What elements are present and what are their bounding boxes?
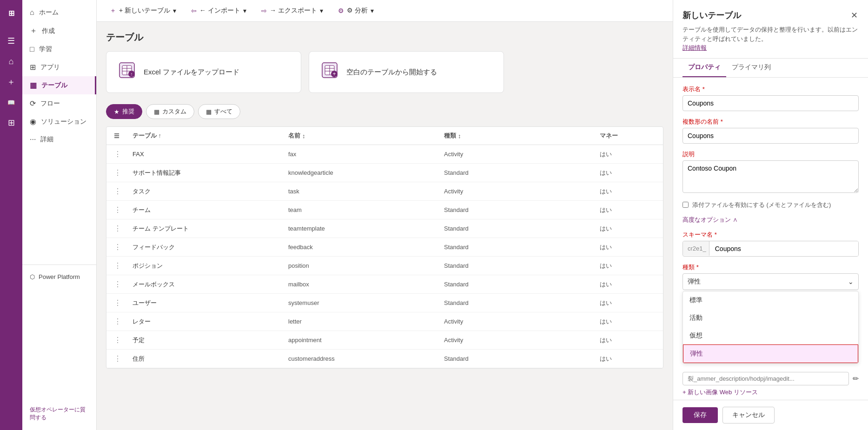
sidebar-label-tables: テーブル	[41, 81, 67, 90]
import-button[interactable]: ⇦ ← インポート ▾	[187, 5, 250, 17]
table-row[interactable]: ⋮ タスク task Activity はい	[106, 182, 663, 201]
excel-upload-card[interactable]: ↑ Excel ファイルをアップロード	[106, 51, 301, 93]
dropdown-option-virtual[interactable]: 仮想	[683, 327, 858, 344]
sidebar-item-learn[interactable]: □ 学習	[22, 40, 96, 58]
nav-learn-icon[interactable]: 📖	[2, 93, 20, 112]
image-resource-row: ✏	[682, 372, 859, 385]
row-table-name: ユーザー	[133, 299, 288, 307]
nav-apps-icon[interactable]: ⊞	[2, 113, 20, 132]
tab-custom[interactable]: ▦ カスタム	[146, 104, 194, 119]
sidebar-item-tables[interactable]: ▦ テーブル	[22, 76, 96, 94]
tab-all[interactable]: ▦ すべて	[198, 104, 240, 119]
col-table-name[interactable]: テーブル ↑	[133, 132, 288, 140]
table-row[interactable]: ⋮ チーム テンプレート teamtemplate Standard はい	[106, 219, 663, 238]
schema-name-input[interactable]	[710, 241, 858, 256]
display-name-label: 表示名 *	[682, 85, 859, 93]
panel-tabs: プロパティ プライマリ列	[673, 59, 868, 78]
nav-home-icon[interactable]: ⌂	[2, 52, 20, 71]
schema-name-field: スキーマ名 * cr2e1_	[682, 231, 859, 257]
table-row[interactable]: ⋮ サポート情報記事 knowledgearticle Standard はい	[106, 164, 663, 182]
table-header: ☰ テーブル ↑ 名前 ↕ 種類 ↕ マネー	[106, 127, 663, 145]
table-row[interactable]: ⋮ 住所 customeraddress Standard はい	[106, 350, 663, 368]
table-row[interactable]: ⋮ 予定 appointment Activity はい	[106, 331, 663, 350]
table-row[interactable]: ⋮ レター letter Activity はい	[106, 312, 663, 331]
sidebar-item-home[interactable]: ⌂ ホーム	[22, 4, 96, 21]
tab-recommended[interactable]: ★ 推奨	[106, 104, 142, 119]
row-type: Activity	[444, 318, 600, 325]
panel-tab-properties[interactable]: プロパティ	[682, 59, 726, 77]
panel-title-row: 新しいテーブル ✕	[682, 9, 859, 21]
table-row[interactable]: ⋮ フィードバック feedback Standard はい	[106, 238, 663, 257]
row-name2: teamtemplate	[288, 225, 444, 232]
sidebar-item-solutions[interactable]: ◉ ソリューション	[22, 112, 96, 131]
sidebar-label-flows: フロー	[40, 99, 60, 108]
nav-menu-icon[interactable]: ☰	[2, 32, 20, 50]
row-menu-icon[interactable]: ⋮	[114, 261, 133, 270]
table-row[interactable]: ⋮ メールボックス mailbox Standard はい	[106, 275, 663, 294]
create-icon: ＋	[30, 26, 37, 36]
sidebar-item-apps[interactable]: ⊞ アプリ	[22, 58, 96, 76]
row-name2: fax	[288, 151, 444, 158]
col-name[interactable]: 名前 ↕	[288, 132, 444, 140]
panel-close-button[interactable]: ✕	[850, 9, 859, 21]
star-icon: ★	[114, 108, 119, 115]
row-type: Activity	[444, 188, 600, 195]
nav-create-icon[interactable]: ＋	[2, 73, 20, 91]
dropdown-option-activity[interactable]: 活動	[683, 309, 858, 327]
table-row[interactable]: ⋮ ポジション position Standard はい	[106, 257, 663, 275]
sidebar-item-details[interactable]: ··· 詳細	[22, 131, 96, 148]
schema-prefix: cr2e1_	[683, 241, 709, 256]
type-dropdown-trigger[interactable]: 弾性 ⌄	[682, 273, 859, 290]
row-menu-icon[interactable]: ⋮	[114, 187, 133, 196]
edit-icon[interactable]: ✏	[853, 374, 859, 383]
new-table-button[interactable]: ＋ + 新しいテーブル ▾	[106, 5, 180, 17]
col-managed: マネー	[600, 132, 656, 140]
import-label: ← インポート	[199, 7, 240, 15]
sidebar-item-power-platform[interactable]: ⬡ Power Platform	[22, 269, 96, 285]
attachment-row: 添付ファイルを有効にする (メモとファイルを含む)	[682, 201, 859, 209]
image-resource-input[interactable]	[682, 372, 849, 385]
filter-tabs: ★ 推奨 ▦ カスタム ▦ すべて	[106, 104, 663, 119]
excel-upload-icon: ↑	[118, 61, 136, 83]
sidebar-virtual-assistant[interactable]: 仮想オペレーターに質問する	[22, 401, 96, 426]
row-menu-icon[interactable]: ⋮	[114, 336, 133, 344]
row-table-name: レター	[133, 318, 288, 326]
row-menu-icon[interactable]: ⋮	[114, 243, 133, 251]
row-menu-icon[interactable]: ⋮	[114, 317, 133, 326]
col-type[interactable]: 種類 ↕	[444, 132, 600, 140]
row-menu-icon[interactable]: ⋮	[114, 205, 133, 214]
panel-detail-link[interactable]: 詳細情報	[682, 44, 707, 51]
solutions-icon: ◉	[30, 117, 36, 126]
sidebar-item-flows[interactable]: ⟳ フロー	[22, 94, 96, 112]
sidebar-label-create: 作成	[42, 27, 55, 35]
new-resource-link[interactable]: + 新しい画像 Web リソース	[682, 388, 859, 397]
save-button[interactable]: 保存	[682, 407, 718, 423]
row-type: Standard	[444, 169, 600, 176]
display-name-input[interactable]	[682, 95, 859, 111]
advanced-options-toggle[interactable]: 高度なオプション ∧	[682, 216, 859, 224]
table-row[interactable]: ⋮ FAX fax Activity はい	[106, 145, 663, 164]
row-menu-icon[interactable]: ⋮	[114, 298, 133, 307]
description-textarea[interactable]: Contoso Coupon	[682, 160, 859, 193]
export-button[interactable]: ⇨ → エクスポート ▾	[258, 5, 327, 17]
row-menu-icon[interactable]: ⋮	[114, 354, 133, 363]
plural-name-input[interactable]	[682, 128, 859, 144]
row-menu-icon[interactable]: ⋮	[114, 168, 133, 177]
cancel-button[interactable]: キャンセル	[722, 407, 775, 423]
table-row[interactable]: ⋮ ユーザー systemuser Standard はい	[106, 294, 663, 312]
row-managed: はい	[600, 336, 656, 344]
row-menu-icon[interactable]: ⋮	[114, 280, 133, 289]
sidebar-item-create[interactable]: ＋ 作成	[22, 21, 96, 40]
attachment-checkbox[interactable]	[682, 202, 689, 208]
dropdown-option-standard[interactable]: 標準	[683, 291, 858, 309]
panel-tab-primary-col[interactable]: プライマリ列	[726, 59, 776, 77]
details-icon: ···	[30, 135, 36, 144]
blank-table-card[interactable]: + 空白のテーブルから開始する	[309, 51, 504, 93]
row-menu-icon[interactable]: ⋮	[114, 224, 133, 233]
row-menu-icon[interactable]: ⋮	[114, 150, 133, 159]
app-logo[interactable]: ⊞	[2, 4, 20, 22]
table-rows: ⋮ FAX fax Activity はい ⋮ サポート情報記事 knowled…	[106, 145, 663, 368]
table-row[interactable]: ⋮ チーム team Standard はい	[106, 201, 663, 219]
dropdown-option-elastic[interactable]: 弾性	[683, 344, 858, 363]
analysis-button[interactable]: ⚙ ⚙ 分析 ▾	[334, 5, 378, 17]
